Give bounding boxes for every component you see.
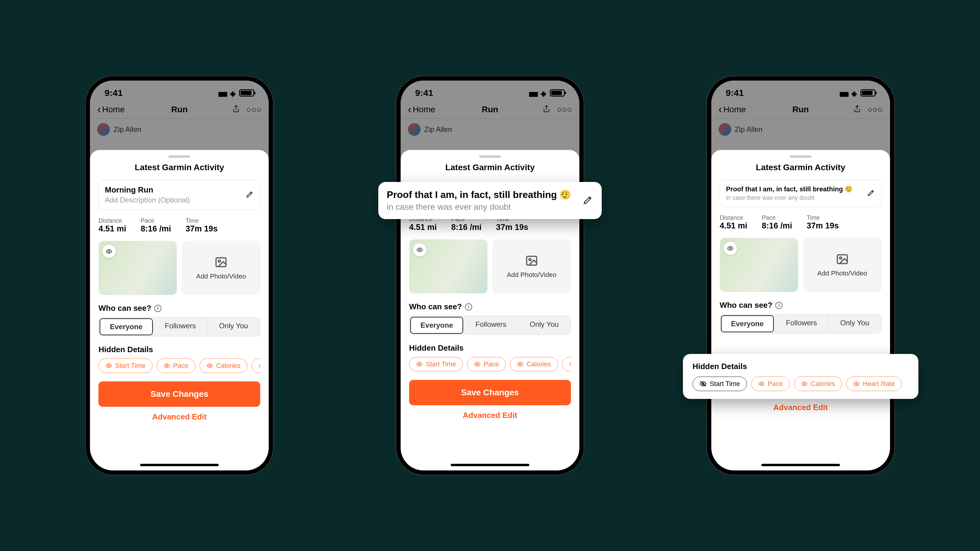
- pencil-icon: [867, 189, 875, 197]
- chip-pace[interactable]: Pace: [751, 376, 790, 391]
- eye-icon: [517, 361, 523, 368]
- user-row[interactable]: Zip Allen: [90, 119, 269, 140]
- map-visibility-badge[interactable]: [724, 242, 737, 255]
- status-icons: [529, 88, 565, 98]
- segment-followers[interactable]: Followers: [465, 316, 517, 335]
- add-photo-button[interactable]: Add Photo/Video: [492, 239, 571, 294]
- hidden-details-label: Hidden Details: [693, 362, 909, 371]
- chevron-left-icon: ‹: [408, 104, 412, 115]
- share-button[interactable]: [232, 105, 240, 115]
- segment-everyone[interactable]: Everyone: [721, 315, 774, 332]
- svg-point-7: [419, 249, 420, 251]
- segment-everyone[interactable]: Everyone: [410, 317, 463, 334]
- eye-icon: [853, 381, 860, 387]
- title-card-popout[interactable]: Proof that I am, in fact, still breathin…: [378, 182, 602, 219]
- svg-point-5: [209, 365, 211, 367]
- chip-label: Start Time: [710, 380, 740, 388]
- distance-label: Distance: [99, 217, 126, 224]
- svg-point-10: [418, 363, 420, 365]
- chip-pace[interactable]: Pace: [467, 357, 506, 372]
- edit-title-button[interactable]: [867, 189, 875, 198]
- distance-value: 4.51 mi: [720, 221, 748, 230]
- chip-pace[interactable]: Pace: [157, 359, 195, 373]
- chip-calories[interactable]: Calories: [200, 359, 248, 373]
- user-row[interactable]: Zip Allen: [401, 119, 579, 140]
- segment-only-you[interactable]: Only You: [828, 314, 881, 333]
- svg-point-19: [760, 383, 762, 385]
- segment-followers[interactable]: Followers: [775, 314, 828, 333]
- share-icon: [853, 105, 861, 113]
- segment-everyone[interactable]: Everyone: [100, 318, 153, 335]
- chip-start-time[interactable]: Start Time: [99, 359, 152, 373]
- sheet-grabber[interactable]: [790, 156, 811, 158]
- eye-icon: [164, 362, 170, 369]
- activity-title-card[interactable]: Morning Run Add Description (Optional): [99, 179, 260, 210]
- chip-start-time-selected[interactable]: Start Time: [693, 376, 747, 391]
- bottom-sheet: Latest Garmin Activity Proof that I am, …: [711, 150, 890, 470]
- chip-label: Pace: [768, 380, 783, 388]
- svg-point-11: [476, 363, 478, 365]
- visibility-segmented: Everyone Followers Only You: [720, 314, 881, 333]
- home-indicator[interactable]: [761, 464, 840, 466]
- save-button[interactable]: Save Changes: [99, 381, 260, 407]
- edit-title-button[interactable]: [582, 195, 593, 207]
- add-photo-button[interactable]: Add Photo/Video: [803, 238, 881, 292]
- map-visibility-badge[interactable]: [102, 245, 116, 258]
- info-icon[interactable]: i: [154, 305, 162, 312]
- share-icon: [542, 105, 551, 113]
- back-button[interactable]: ‹ Home: [408, 104, 435, 115]
- segment-only-you[interactable]: Only You: [207, 318, 260, 336]
- add-photo-label: Add Photo/Video: [817, 270, 867, 277]
- hidden-details-label: Hidden Details: [99, 345, 260, 354]
- pace-value: 8:16 /mi: [141, 224, 171, 233]
- emoji: 😮‍💨: [845, 186, 853, 193]
- info-icon[interactable]: i: [465, 303, 472, 311]
- sheet-grabber[interactable]: [479, 156, 501, 158]
- chip-calories[interactable]: Calories: [794, 376, 842, 391]
- chip-start-time[interactable]: Start Time: [409, 357, 463, 372]
- route-map[interactable]: [720, 238, 798, 292]
- sheet-grabber[interactable]: [169, 156, 190, 158]
- pace-label: Pace: [141, 217, 171, 224]
- pencil-icon: [245, 190, 254, 198]
- advanced-edit-button[interactable]: Advanced Edit: [720, 403, 881, 412]
- back-button[interactable]: ‹ Home: [719, 104, 746, 115]
- share-button[interactable]: [853, 105, 861, 115]
- map-visibility-badge[interactable]: [413, 243, 426, 257]
- more-button[interactable]: ○○○: [557, 105, 572, 114]
- segment-followers[interactable]: Followers: [154, 318, 207, 336]
- more-button[interactable]: ○○○: [247, 105, 262, 114]
- battery-icon: [239, 89, 254, 97]
- chip-heart-rate-partial[interactable]: Hea: [251, 359, 260, 373]
- advanced-edit-button[interactable]: Advanced Edit: [409, 411, 571, 420]
- phone-frame: 9:41 ‹ Home Run ○○○: [396, 76, 584, 475]
- chip-heart-rate-partial[interactable]: Hea: [562, 357, 571, 372]
- pace-value: 8:16 /mi: [451, 223, 482, 232]
- add-photo-button[interactable]: Add Photo/Video: [182, 241, 260, 295]
- user-row[interactable]: Zip Allen: [711, 119, 890, 140]
- info-icon[interactable]: i: [775, 302, 783, 309]
- route-map[interactable]: [99, 241, 177, 295]
- phone-screen: 9:41 ‹ Home Run ○○○: [90, 81, 269, 470]
- home-indicator[interactable]: [140, 464, 219, 466]
- edit-title-button[interactable]: [245, 190, 254, 200]
- activity-title-card[interactable]: Proof that I am, in fact, still breathin…: [720, 179, 881, 207]
- chip-calories[interactable]: Calories: [510, 357, 558, 372]
- share-button[interactable]: [542, 105, 551, 115]
- status-icons: [218, 88, 254, 98]
- home-indicator[interactable]: [451, 464, 529, 466]
- visibility-label: Who can see? i: [409, 302, 571, 311]
- save-button[interactable]: Save Changes: [409, 380, 571, 405]
- segment-only-you[interactable]: Only You: [518, 316, 571, 335]
- visibility-segmented: Everyone Followers Only You: [409, 316, 571, 335]
- back-label: Home: [102, 105, 125, 114]
- advanced-edit-button[interactable]: Advanced Edit: [99, 412, 260, 422]
- back-button[interactable]: ‹ Home: [97, 104, 125, 115]
- chip-label: Calories: [811, 380, 835, 388]
- chip-heart-rate[interactable]: Heart Rate: [846, 376, 902, 391]
- route-map[interactable]: [409, 239, 488, 294]
- image-icon: [836, 252, 849, 266]
- hidden-details-chips: Start Time Pace Calories Heart Rate: [693, 376, 909, 391]
- page-title: Run: [171, 105, 188, 114]
- more-button[interactable]: ○○○: [867, 105, 883, 114]
